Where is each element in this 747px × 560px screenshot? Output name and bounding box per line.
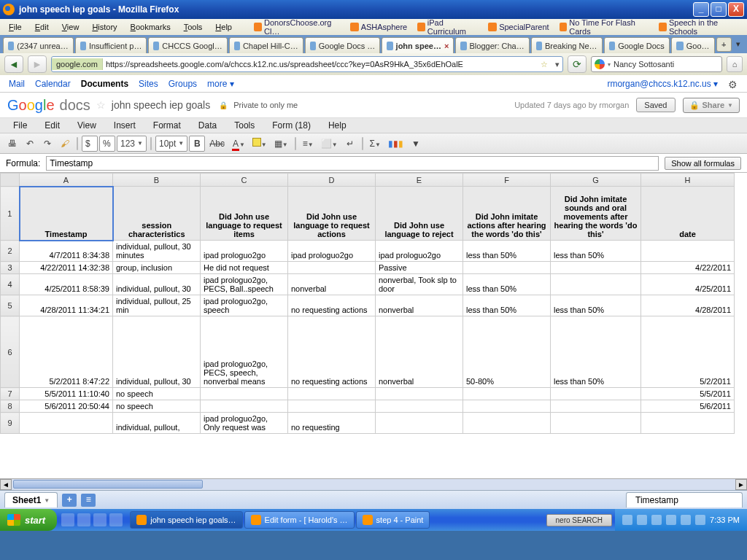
- taskbar-task[interactable]: step 4 - Paint: [356, 511, 430, 529]
- cell[interactable]: [376, 413, 463, 434]
- bookmark-item[interactable]: Speech in the Schools: [654, 17, 744, 37]
- header-cell[interactable]: Did John use language to request actions: [288, 187, 376, 241]
- back-button[interactable]: ◄: [4, 55, 23, 73]
- paint-format-icon[interactable]: 🖌: [57, 136, 73, 152]
- header-cell[interactable]: Did John use language to request items: [201, 187, 288, 241]
- sigma-icon[interactable]: Σ▼: [367, 136, 384, 152]
- strike-button[interactable]: Abc: [206, 136, 228, 152]
- ff-menu-item[interactable]: Tools: [178, 21, 209, 33]
- cell[interactable]: 4/7/2011 8:34:38: [20, 241, 113, 262]
- show-all-formulas-button[interactable]: Show all formulas: [665, 157, 741, 170]
- docs-menu-item[interactable]: Tools: [227, 119, 262, 132]
- spreadsheet-area[interactable]: ABCDEFGH1Timestampsession characteristic…: [0, 173, 747, 478]
- number-format-select[interactable]: 123▼: [117, 136, 147, 152]
- cell[interactable]: group, inclusion: [113, 262, 201, 274]
- sheet-tab[interactable]: Sheet1▼: [4, 492, 58, 508]
- cell[interactable]: no requesting: [288, 413, 376, 434]
- cell[interactable]: less than 50%: [463, 295, 551, 316]
- header-cell[interactable]: Did John use language to reject: [376, 187, 463, 241]
- quick-icon[interactable]: [77, 513, 90, 526]
- cell[interactable]: less than 50%: [551, 295, 641, 316]
- cell[interactable]: ipad prologuo2go: [288, 241, 376, 262]
- cell[interactable]: [641, 413, 735, 434]
- quick-icon[interactable]: [109, 513, 123, 526]
- gbar-link[interactable]: Mail: [9, 79, 25, 89]
- column-header[interactable]: A: [20, 174, 113, 187]
- horizontal-scrollbar[interactable]: ◄ ►: [0, 478, 747, 490]
- row-header[interactable]: 8: [1, 400, 20, 413]
- print-icon[interactable]: 🖶: [4, 136, 20, 152]
- cell[interactable]: [551, 262, 641, 274]
- row-header[interactable]: 6: [1, 316, 20, 388]
- cell[interactable]: Passive: [376, 262, 463, 274]
- docs-menu-item[interactable]: Form (18): [265, 119, 318, 132]
- cell[interactable]: 4/22/2011 14:32:38: [20, 262, 113, 274]
- column-header[interactable]: H: [641, 174, 735, 187]
- cell[interactable]: [201, 400, 288, 413]
- doc-star-icon[interactable]: ☆: [96, 99, 106, 111]
- header-cell[interactable]: Timestamp: [20, 187, 113, 241]
- row-header[interactable]: 9: [1, 413, 20, 434]
- cell[interactable]: ipad prologuo2go, PECS, speech, nonverba…: [201, 316, 288, 388]
- cell[interactable]: 4/22/2011: [641, 262, 735, 274]
- scroll-left-icon[interactable]: ◄: [0, 479, 12, 490]
- row-header[interactable]: 1: [1, 187, 20, 241]
- cell[interactable]: [463, 413, 551, 434]
- browser-tab[interactable]: Goo…: [671, 37, 715, 53]
- gbar-link[interactable]: Sites: [139, 79, 158, 89]
- nero-search[interactable]: nero SEARCH: [546, 514, 612, 526]
- currency-button[interactable]: $: [82, 136, 98, 152]
- header-cell[interactable]: date: [641, 187, 735, 241]
- cell[interactable]: [551, 400, 641, 413]
- cell[interactable]: [201, 388, 288, 400]
- cell[interactable]: no requesting actions: [288, 295, 376, 316]
- cell[interactable]: 4/25/2011: [641, 274, 735, 295]
- cell[interactable]: less than 50%: [551, 241, 641, 262]
- account-email[interactable]: rmorgan@chccs.k12.nc.us ▾: [607, 79, 718, 89]
- tray-icon[interactable]: [622, 515, 632, 525]
- browser-tab[interactable]: CHCCS Googl…: [148, 37, 227, 53]
- gbar-link[interactable]: Documents: [81, 79, 128, 89]
- cell[interactable]: [20, 413, 113, 434]
- share-button[interactable]: 🔒Share ▼: [683, 98, 740, 113]
- column-header[interactable]: D: [288, 174, 376, 187]
- cell[interactable]: less than 50%: [551, 316, 641, 388]
- cell[interactable]: individual, pullout, 25 min: [113, 295, 201, 316]
- cell[interactable]: ipad prologuo2go: [201, 241, 288, 262]
- cell[interactable]: 50-80%: [463, 316, 551, 388]
- search-input[interactable]: ▾ Nancy Sottosanti: [591, 56, 722, 72]
- cell[interactable]: no speech: [113, 388, 201, 400]
- taskbar-task[interactable]: Edit form - [ Harold's …: [244, 511, 355, 529]
- docs-menu-item[interactable]: Data: [191, 119, 224, 132]
- new-tab-button[interactable]: +: [716, 37, 732, 52]
- cell[interactable]: individual, pullout,: [113, 413, 201, 434]
- cell[interactable]: [288, 262, 376, 274]
- header-cell[interactable]: Did John imitate actions after hearing t…: [463, 187, 551, 241]
- saved-button[interactable]: Saved: [636, 98, 675, 112]
- ff-menu-item[interactable]: File: [3, 21, 28, 33]
- close-button[interactable]: X: [728, 2, 744, 17]
- cell[interactable]: no requesting actions: [288, 316, 376, 388]
- docs-menu-item[interactable]: Format: [146, 119, 188, 132]
- cell[interactable]: nonverbal: [376, 316, 463, 388]
- column-header[interactable]: B: [113, 174, 201, 187]
- bold-button[interactable]: B: [189, 136, 205, 152]
- cell[interactable]: 5/6/2011: [641, 400, 735, 413]
- cell[interactable]: ipad prologuo2go: [376, 241, 463, 262]
- maximize-button[interactable]: □: [711, 2, 727, 17]
- cell[interactable]: individual, pullout, 30: [113, 274, 201, 295]
- tab-dropdown-icon[interactable]: ▾: [733, 39, 744, 49]
- tray-icon[interactable]: [651, 515, 662, 525]
- header-cell[interactable]: session characteristics: [113, 187, 201, 241]
- gear-icon[interactable]: ⚙: [728, 79, 738, 89]
- cell[interactable]: [376, 388, 463, 400]
- row-header[interactable]: 4: [1, 274, 20, 295]
- sheet-list-button[interactable]: ≡: [81, 494, 96, 507]
- row-header[interactable]: 2: [1, 241, 20, 262]
- cell[interactable]: 5/2/2011 8:47:22: [20, 316, 113, 388]
- fontsize-select[interactable]: 10pt▼: [155, 136, 187, 152]
- docs-menu-item[interactable]: File: [6, 119, 34, 132]
- scroll-right-icon[interactable]: ►: [735, 479, 747, 490]
- cell[interactable]: 4/25/2011 8:58:39: [20, 274, 113, 295]
- cell[interactable]: [288, 400, 376, 413]
